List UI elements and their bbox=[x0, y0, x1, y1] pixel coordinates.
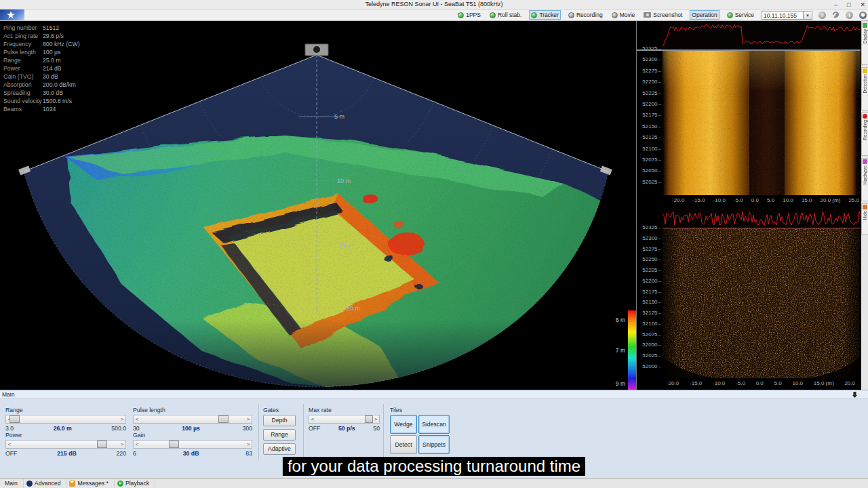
tick-label: 52300 bbox=[642, 56, 661, 62]
gates-adaptive-button[interactable]: Adaptive bbox=[263, 443, 296, 455]
gain-value: 30 dB bbox=[183, 450, 199, 457]
section-divider bbox=[303, 404, 304, 460]
param-row: Ping number51512 bbox=[3, 24, 80, 32]
toolbar-tracker[interactable]: Tracker bbox=[529, 10, 561, 20]
tick-label: 52000 bbox=[642, 363, 661, 369]
slider-right-arrow[interactable]: > bbox=[119, 415, 125, 423]
section-divider bbox=[383, 404, 384, 460]
tab-detection[interactable]: Detection bbox=[861, 67, 868, 110]
tick-label: 52100 bbox=[642, 146, 661, 152]
gear-icon[interactable]: ✱ bbox=[859, 12, 867, 19]
range-value: 26.0 m bbox=[54, 425, 72, 432]
snippets-waterfall[interactable] bbox=[663, 228, 861, 378]
info-icon[interactable]: i bbox=[846, 12, 853, 19]
tick-label: 52250 bbox=[642, 256, 661, 262]
gates-depth-button[interactable]: Depth bbox=[263, 415, 296, 426]
slider-left-arrow[interactable]: < bbox=[6, 441, 13, 448]
param-row: Gain (TVG)30 dB bbox=[3, 73, 80, 81]
tiles-sidescan-button[interactable]: Sidescan bbox=[418, 415, 450, 434]
tab-hardware[interactable]: Hardware bbox=[861, 158, 868, 201]
tab-playback[interactable]: Playback bbox=[115, 479, 155, 488]
toolbar-roll-stab[interactable]: Roll stab. bbox=[488, 11, 523, 19]
pulse-value: 100 µs bbox=[182, 425, 200, 432]
tiles-detect-button[interactable]: Detect bbox=[390, 435, 417, 454]
hardware-icon bbox=[863, 159, 867, 164]
toolbar-1pps[interactable]: 1PPS bbox=[456, 11, 482, 19]
gain-label: Gain bbox=[133, 432, 252, 439]
led-icon bbox=[727, 12, 733, 18]
close-button[interactable]: ✕ bbox=[860, 0, 865, 9]
maximize-button[interactable]: □ bbox=[847, 0, 850, 9]
tick-label: 52150 bbox=[642, 123, 661, 129]
power-slider[interactable]: < > bbox=[5, 440, 126, 449]
pulse-slider[interactable]: < > bbox=[133, 415, 252, 424]
tick-label: 15.0 (m) bbox=[814, 380, 834, 386]
tick-label: 52200 bbox=[642, 278, 661, 284]
slider-right-arrow[interactable]: > bbox=[245, 441, 252, 448]
led-icon bbox=[458, 12, 464, 18]
led-icon bbox=[490, 12, 496, 18]
tab-hide[interactable]: Hide bbox=[861, 203, 868, 235]
slider-left-arrow[interactable]: < bbox=[134, 441, 140, 448]
toolbar-service[interactable]: Service bbox=[726, 11, 755, 19]
slider-right-arrow[interactable]: > bbox=[372, 415, 379, 423]
tick-label: 52125 bbox=[642, 310, 661, 316]
sidescan-waterfall[interactable] bbox=[663, 51, 861, 195]
tab-recording[interactable]: Recording bbox=[861, 113, 868, 156]
maxrate-slider[interactable]: < > bbox=[309, 415, 380, 424]
sonar-head-icon bbox=[305, 44, 328, 56]
tick-label: -10.0 bbox=[713, 380, 725, 386]
gain-slider[interactable]: < > bbox=[133, 440, 252, 449]
pulse-slider-block: Pulse length < > 30100 µs300 bbox=[133, 407, 252, 432]
param-row: Spreading30.0 dB bbox=[3, 89, 80, 97]
slider-thumb[interactable] bbox=[9, 415, 20, 423]
wedge-view[interactable] bbox=[0, 21, 637, 390]
tiles-wedge-button[interactable]: Wedge bbox=[390, 415, 417, 434]
tick-label: 10.0 bbox=[792, 380, 803, 386]
tiles-snippets-button[interactable]: Snippets bbox=[418, 435, 450, 454]
ip-value: 10.11.10.155 bbox=[762, 11, 804, 20]
sonar-ip-select[interactable]: 10.11.10.155 ▾ bbox=[762, 11, 812, 20]
tick-label: -20.0 bbox=[672, 197, 684, 203]
section-divider bbox=[258, 404, 259, 460]
toolbar-recording[interactable]: Recording bbox=[567, 11, 604, 19]
maxrate-slider-block: Max rate < > OFF50 p/s50 bbox=[309, 407, 380, 432]
toolbar-screenshot[interactable]: Screenshot bbox=[642, 11, 684, 19]
tab-display[interactable]: Display bbox=[861, 22, 868, 65]
tick-label: -15.0 bbox=[690, 380, 702, 386]
snippets-amplitude-trace[interactable] bbox=[663, 209, 861, 228]
colorbar-label: 9 m bbox=[608, 380, 625, 387]
tab-messages[interactable]: Messages * bbox=[66, 479, 114, 488]
minimize-button[interactable]: – bbox=[834, 0, 837, 9]
tick-label: -5.0 bbox=[736, 380, 745, 386]
toolbar-operation[interactable]: Operation bbox=[690, 10, 719, 20]
help-icon[interactable]: ? bbox=[818, 12, 826, 19]
range-max: 500.0 bbox=[111, 425, 126, 432]
sidescan-amplitude-trace[interactable] bbox=[663, 21, 861, 49]
slider-left-arrow[interactable]: < bbox=[309, 415, 316, 423]
slider-right-arrow[interactable]: > bbox=[245, 415, 252, 423]
slider-thumb[interactable] bbox=[169, 441, 179, 448]
tab-advanced[interactable]: Advanced bbox=[24, 479, 67, 488]
tick-label: -5.0 bbox=[734, 197, 743, 203]
param-row: Power214 dB bbox=[3, 64, 80, 73]
slider-left-arrow[interactable]: < bbox=[134, 415, 140, 423]
tick-label: 52225 bbox=[642, 90, 661, 96]
toolbar-roll-stab-label: Roll stab. bbox=[498, 12, 521, 18]
gates-range-button[interactable]: Range bbox=[263, 429, 296, 441]
range-slider[interactable]: < > bbox=[5, 415, 126, 424]
wrench-icon[interactable] bbox=[832, 12, 840, 19]
tab-main[interactable]: Main bbox=[2, 479, 24, 488]
sidescan-y-axis: 5232552300522755225052225522005217552150… bbox=[637, 45, 661, 185]
tick-label: 52050 bbox=[642, 342, 661, 348]
toolbar-movie[interactable]: Movie bbox=[610, 11, 637, 19]
chevron-down-icon[interactable]: ▾ bbox=[804, 11, 812, 20]
slider-thumb[interactable] bbox=[218, 415, 229, 423]
window-title: Teledyne RESON Sonar UI - SeaBat T51 (80… bbox=[0, 1, 868, 7]
main-display: Ping number51512 Act. ping rate29.6 p/s … bbox=[0, 21, 868, 390]
gain-max: 83 bbox=[245, 450, 252, 457]
param-row: Absorption200.0 dB/km bbox=[3, 81, 80, 89]
slider-thumb[interactable] bbox=[97, 441, 107, 448]
slider-right-arrow[interactable]: > bbox=[119, 441, 125, 448]
gain-slider-block: Gain < > 630 dB83 bbox=[133, 432, 252, 457]
